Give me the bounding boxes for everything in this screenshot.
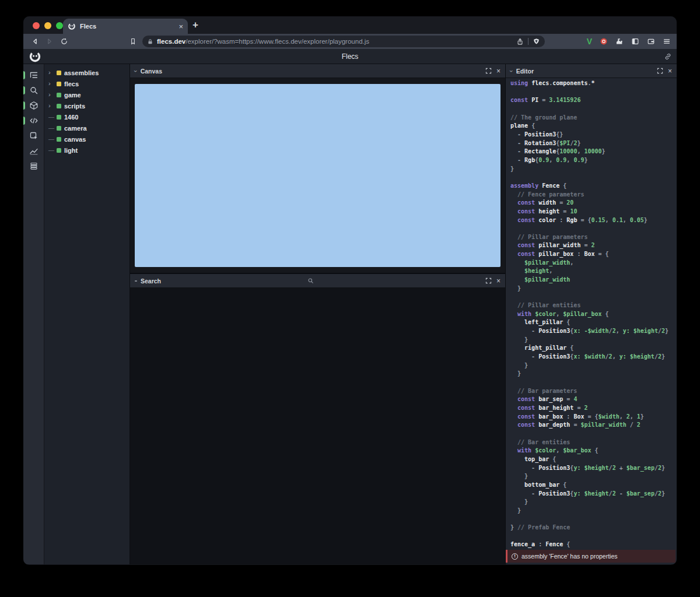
code-line[interactable] bbox=[510, 515, 677, 524]
new-tab-button[interactable]: + bbox=[192, 19, 198, 31]
brave-shield-icon[interactable] bbox=[533, 38, 540, 45]
code-line[interactable]: - Position3{x: -$width/2, y: $height/2} bbox=[510, 327, 677, 336]
tree-item-flecs[interactable]: ›flecs bbox=[44, 78, 130, 89]
code-line[interactable]: } bbox=[510, 472, 677, 481]
code-line[interactable]: top_bar { bbox=[510, 455, 677, 464]
code-line[interactable]: const pillar_box : Box = { bbox=[510, 250, 677, 259]
editor-code[interactable]: using flecs.components.* const PI = 3.14… bbox=[506, 78, 677, 549]
code-line[interactable]: left_pillar { bbox=[510, 318, 677, 327]
code-line[interactable]: - Rotation3{$PI/2} bbox=[510, 139, 677, 148]
code-line[interactable]: with $color, $bar_box { bbox=[510, 447, 677, 455]
code-line[interactable]: } // Prefab Fence bbox=[510, 524, 677, 532]
tree-item-scripts[interactable]: ›scripts bbox=[44, 100, 130, 111]
expand-panel-icon[interactable] bbox=[485, 68, 492, 74]
expand-arrow-icon[interactable]: › bbox=[48, 80, 54, 87]
cube-icon[interactable] bbox=[23, 98, 44, 113]
code-line[interactable] bbox=[510, 378, 677, 387]
editor-body[interactable]: using flecs.components.* const PI = 3.14… bbox=[506, 78, 677, 564]
code-line[interactable]: - Position3{y: $height/2 - $bar_sep/2} bbox=[510, 490, 677, 498]
sidebar-panel-icon[interactable] bbox=[631, 37, 639, 45]
tab-close-icon[interactable]: × bbox=[178, 23, 183, 30]
code-line[interactable]: - Rectangle{10000, 10000} bbox=[510, 148, 677, 156]
bookmark-icon[interactable] bbox=[127, 36, 139, 47]
tree-item-camera[interactable]: —camera bbox=[44, 122, 130, 134]
inspector-icon[interactable] bbox=[23, 128, 44, 143]
flecs-logo[interactable] bbox=[29, 50, 41, 63]
close-panel-icon[interactable]: × bbox=[668, 68, 672, 75]
tree-item-canvas[interactable]: —canvas bbox=[44, 134, 130, 145]
expand-arrow-icon[interactable]: › bbox=[48, 69, 54, 76]
code-line[interactable]: } bbox=[510, 498, 677, 507]
code-line[interactable]: using flecs.components.* bbox=[510, 79, 677, 88]
search-icon[interactable] bbox=[23, 83, 44, 98]
code-line[interactable]: // The ground plane bbox=[510, 114, 677, 122]
browser-tab[interactable]: Flecs × bbox=[63, 19, 188, 34]
code-line[interactable]: const PI = 3.1415926 bbox=[510, 96, 677, 105]
code-line[interactable] bbox=[510, 173, 677, 182]
code-line[interactable]: // Pillar entities bbox=[510, 301, 677, 310]
code-line[interactable]: $pillar_width, bbox=[510, 259, 677, 268]
expand-arrow-icon[interactable]: › bbox=[48, 103, 54, 109]
window-close-button[interactable] bbox=[33, 22, 40, 29]
code-line[interactable]: - Position3{y: $height/2 + $bar_sep/2} bbox=[510, 464, 677, 473]
code-line[interactable] bbox=[510, 293, 677, 301]
code-line[interactable] bbox=[510, 105, 677, 114]
chart-icon[interactable] bbox=[23, 143, 44, 159]
window-minimize-button[interactable] bbox=[44, 22, 51, 29]
code-line[interactable]: const bar_sep = 4 bbox=[510, 395, 677, 404]
tree-item-game[interactable]: ›game bbox=[44, 89, 130, 100]
expand-panel-icon[interactable] bbox=[657, 68, 663, 74]
code-line[interactable]: } bbox=[510, 507, 677, 515]
code-line[interactable]: const bar_height = 2 bbox=[510, 404, 677, 413]
code-line[interactable]: - Position3{} bbox=[510, 131, 677, 139]
stack-icon[interactable] bbox=[23, 159, 44, 174]
window-zoom-button[interactable] bbox=[56, 22, 63, 29]
code-line[interactable]: fence_a : Fence { bbox=[510, 540, 677, 549]
code-line[interactable] bbox=[510, 430, 677, 438]
expand-arrow-icon[interactable]: › bbox=[48, 92, 54, 98]
tree-item-1460[interactable]: —1460 bbox=[44, 111, 130, 122]
tree-icon[interactable] bbox=[23, 68, 44, 83]
code-line[interactable]: $height, bbox=[510, 267, 677, 276]
tree-item-light[interactable]: —light bbox=[44, 145, 130, 156]
code-line[interactable]: } bbox=[510, 361, 677, 370]
forward-button-icon[interactable] bbox=[44, 36, 55, 47]
chevron-down-icon[interactable]: › bbox=[132, 70, 139, 72]
code-line[interactable]: // Bar parameters bbox=[510, 387, 677, 396]
code-line[interactable] bbox=[510, 88, 677, 97]
code-line[interactable]: right_pillar { bbox=[510, 344, 677, 353]
code-line[interactable]: with $color, $pillar_box { bbox=[510, 310, 677, 319]
address-bar[interactable]: flecs.dev/explorer/?wasm=https://www.fle… bbox=[142, 36, 545, 47]
code-line[interactable]: const height = 10 bbox=[510, 208, 677, 216]
red-extension-icon[interactable] bbox=[600, 37, 608, 45]
close-panel-icon[interactable]: × bbox=[496, 68, 501, 75]
code-line[interactable]: assembly Fence { bbox=[510, 182, 677, 191]
code-line[interactable]: // Pillar parameters bbox=[510, 233, 677, 242]
code-line[interactable]: const color : Rgb = {0.15, 0.1, 0.05} bbox=[510, 216, 677, 225]
wallet-icon[interactable] bbox=[647, 37, 655, 45]
code-line[interactable]: // Bar entities bbox=[510, 438, 677, 447]
search-panel-body[interactable] bbox=[130, 288, 505, 564]
code-line[interactable]: // Fence parameters bbox=[510, 191, 677, 199]
tree-item-assemblies[interactable]: ›assemblies bbox=[44, 67, 130, 78]
canvas-surface[interactable] bbox=[135, 84, 501, 267]
code-line[interactable] bbox=[510, 224, 677, 233]
code-line[interactable]: $pillar_width bbox=[510, 276, 677, 285]
code-line[interactable]: } bbox=[510, 285, 677, 293]
code-line[interactable]: const bar_depth = $pillar_width / 2 bbox=[510, 421, 677, 430]
code-line[interactable]: - Rgb{0.9, 0.9, 0.9} bbox=[510, 156, 677, 165]
close-panel-icon[interactable]: × bbox=[496, 278, 501, 285]
code-line[interactable]: } bbox=[510, 370, 677, 378]
expand-panel-icon[interactable] bbox=[485, 278, 492, 284]
code-line[interactable] bbox=[510, 532, 677, 541]
code-line[interactable]: const pillar_width = 2 bbox=[510, 241, 677, 250]
code-line[interactable]: - Position3{x: $width/2, y: $height/2} bbox=[510, 353, 677, 361]
code-icon[interactable] bbox=[23, 113, 44, 128]
code-line[interactable]: bottom_bar { bbox=[510, 481, 677, 490]
menu-hamburger-icon[interactable] bbox=[663, 37, 671, 45]
reload-button-icon[interactable] bbox=[58, 36, 70, 47]
back-button-icon[interactable] bbox=[29, 36, 41, 47]
panel-bullet-icon[interactable] bbox=[135, 280, 137, 282]
chevron-down-icon[interactable]: › bbox=[508, 70, 515, 72]
link-icon[interactable] bbox=[664, 52, 672, 61]
